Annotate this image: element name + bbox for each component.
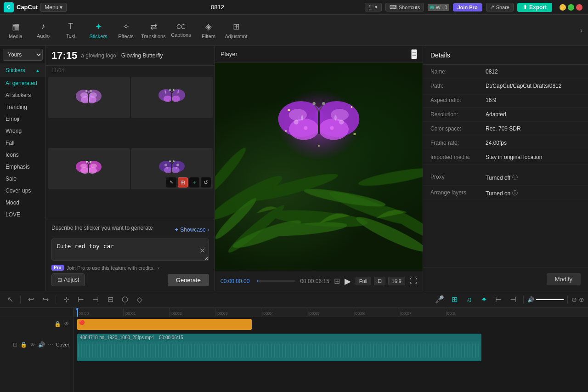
sticker-add-btn[interactable]: ⊞ [178,177,188,187]
track-audio-icon[interactable]: 🔊 [38,341,45,348]
tool-filters[interactable]: ◈ Filters [195,17,222,44]
mic-button[interactable]: 🎤 [433,293,446,306]
adjust-button[interactable]: ⊟ Adjust [51,273,85,286]
sidebar-category-wrong[interactable]: Wrong [0,125,45,137]
proxy-info-icon[interactable]: ⓘ [512,174,518,182]
sidebar-category-ai-stickers[interactable]: AI stickers [0,89,45,101]
sidebar-dropdown[interactable]: Yours [3,49,43,61]
layers-info-icon[interactable]: ⓘ [512,189,518,197]
align-right-btn[interactable]: ⊣ [507,293,520,306]
close-button[interactable] [576,4,582,11]
track-lock-icon[interactable]: 🔒 [54,321,61,327]
share-icon: ↗ [490,4,494,10]
align-left-btn[interactable]: ⊢ [492,293,505,306]
track-more-icon[interactable]: ⋯ [48,341,53,348]
panel-header: 17:15 a glowing logo: Glowing Butterfly [46,46,215,66]
sidebar-category-love[interactable]: LOVE [0,209,45,221]
sticker-track[interactable]: 🔴 [77,319,252,330]
sticker-item-4[interactable]: ✎ ⊞ + ↺ [131,148,213,189]
play-button[interactable]: ▶ [345,276,351,286]
sticker-refresh-btn[interactable]: ↺ [201,177,211,187]
ruler-mark-8: |00:0 [445,308,491,317]
toolbar-expand[interactable]: › [577,26,586,34]
tool-media[interactable]: ▦ Media [2,17,29,44]
tool-text[interactable]: T Text [57,17,85,44]
playhead[interactable] [77,308,78,317]
generate-button[interactable]: Generate [168,274,209,286]
sidebar-item-stickers[interactable]: Stickers ▲ [0,63,45,77]
split-button[interactable]: ⊹ [60,293,73,306]
menu-button[interactable]: Menu ▾ [40,3,67,12]
sticker-edit-btn[interactable]: ✎ [166,177,176,187]
sticker-item-3[interactable] [48,148,130,189]
showcase-link[interactable]: ✦ Showcase › [174,227,209,233]
join-pro-button[interactable]: Join Pro [453,3,482,11]
track-eye2-icon[interactable]: 👁 [30,341,35,348]
track-eye-icon[interactable]: 👁 [64,321,69,327]
details-title: Details [430,51,450,59]
export-button[interactable]: ⬆ Export [517,3,552,12]
undo-button[interactable]: ↩ [24,293,37,306]
sticker-add-timeline-btn[interactable]: ✦ [477,293,490,306]
sidebar-category-ai-generated[interactable]: AI generated [0,77,45,89]
maximize-button[interactable] [568,4,574,11]
pro-more-icon: › [158,265,159,271]
full-view-button[interactable]: Full [356,277,371,285]
sticker-item-1[interactable] [48,77,130,118]
sticker-plus-btn[interactable]: + [189,177,199,187]
minimize-button[interactable] [560,4,566,11]
sidebar-category-emoji[interactable]: Emoji [0,113,45,125]
trim-end-btn[interactable]: ⊣ [89,293,102,306]
sticker-item-2[interactable] [131,77,213,118]
text-icon: T [68,22,74,31]
detail-row-layers: Arrange layers Turned on ⓘ [423,186,588,201]
tool-adjustments[interactable]: ⊞ Adjustmnt [222,17,250,44]
cursor-tool[interactable]: ↖ [4,293,17,306]
generate-input[interactable]: Cute red toy car [51,239,209,261]
redo-button[interactable]: ↪ [39,293,52,306]
svg-point-33 [164,167,172,173]
sidebar-category-cover-ups[interactable]: Cover-ups [0,185,45,197]
modify-button[interactable]: Modify [547,273,581,285]
sidebar-category-fall[interactable]: Fall [0,137,45,149]
topbar-right: ⬚ ▾ ⌨ Shortcuts W W...0 Join Pro ↗ Share… [365,3,588,12]
sidebar-category-mood[interactable]: Mood [0,197,45,209]
monitor-button[interactable]: ⬚ ▾ [365,3,382,11]
clear-input-button[interactable]: ✕ [199,246,205,255]
tool-transitions[interactable]: ⇄ Transitions [140,17,167,44]
zoom-in-btn[interactable]: ⊕ [579,296,584,303]
sidebar-category-emphasis[interactable]: Emphasis [0,161,45,173]
toolbar-sep-2 [56,295,56,304]
zoom-out-btn[interactable]: ⊖ [571,296,577,303]
ruler-mark-5: |00:05 [307,308,353,317]
tool-captions[interactable]: CC Captions [167,17,195,44]
player-menu-button[interactable]: ≡ [411,49,417,59]
trim-start-btn[interactable]: ⊢ [74,293,87,306]
track-pip-icon[interactable]: ⊡ [13,341,17,348]
effects-icon: ✧ [123,22,130,32]
shortcuts-button[interactable]: ⌨ Shortcuts [385,3,424,11]
ratio-button[interactable]: 16:9 [388,277,405,285]
tool-audio[interactable]: ♪ Audio [29,17,57,44]
sidebar-category-sale[interactable]: Sale [0,173,45,185]
topbar-center: 0812 [70,4,364,11]
audio-add-btn[interactable]: ♫ [463,293,475,306]
details-spacer [423,165,588,170]
share-button[interactable]: ↗ Share [486,3,514,11]
volume-slider[interactable] [536,299,564,300]
keyframe-btn[interactable]: ◇ [133,293,146,306]
video-track[interactable]: 4064718-hd_1920_1080_25fps.mp4 00:00:06:… [77,334,481,361]
fullscreen-button[interactable]: ⛶ [410,277,417,285]
delete-button[interactable]: ⊟ [104,293,117,306]
details-panel: Details Name: 0812 Path: D:/CapCut/CapCu… [423,46,588,291]
sidebar-category-icons[interactable]: Icons [0,149,45,161]
video-add-btn[interactable]: ⊞ [448,293,461,306]
sidebar-category-trending[interactable]: Trending [0,101,45,113]
svg-point-77 [318,145,320,147]
tool-effects[interactable]: ✧ Effects [112,17,140,44]
crop-button[interactable]: ⊡ [374,277,385,285]
player-timeline[interactable] [257,280,295,282]
crop-tool-btn[interactable]: ⬡ [119,293,131,306]
tool-stickers[interactable]: ✦ Stickers [85,17,112,44]
track-lock2-icon[interactable]: 🔒 [20,341,27,348]
